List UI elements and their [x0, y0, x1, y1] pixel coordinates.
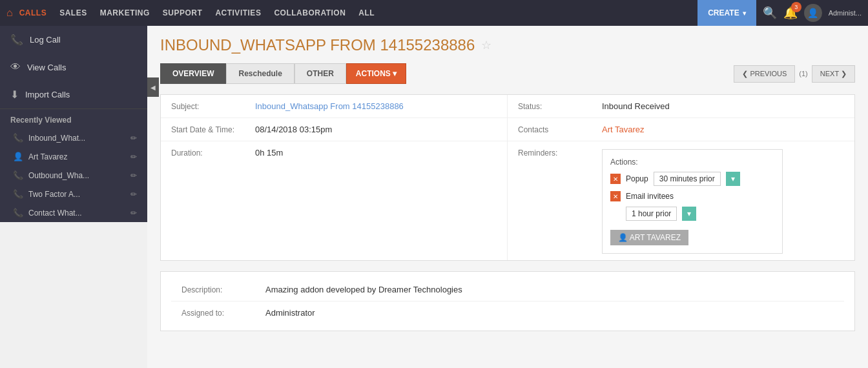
assigned-value: Administrator [265, 308, 315, 318]
inbound-edit-icon[interactable]: ✏ [130, 134, 137, 143]
home-icon[interactable]: ⌂ [6, 7, 13, 19]
subject-row: Subject: Inbound_Whatsapp From 141552388… [161, 95, 507, 118]
subject-value: Inbound_Whatsapp From 14155238886 [255, 101, 404, 111]
email-reminder-row: ✕ Email invitees [610, 191, 774, 201]
reminders-label: Reminders: [518, 148, 602, 158]
nav-item-support[interactable]: SUPPORT [163, 8, 203, 17]
duration-value: 0h 15m [255, 148, 283, 158]
nav-items: CALLS SALES MARKETING SUPPORT ACTIVITIES… [19, 8, 698, 17]
tab-other[interactable]: OTHER [294, 63, 346, 84]
art-tavarez-edit-icon[interactable]: ✏ [130, 152, 137, 161]
email-dropdown-button[interactable]: ▾ [682, 207, 696, 221]
email-time-value: 1 hour prior [626, 207, 677, 221]
sidebar-wrapper: 📞 Log Call 👁 View Calls ⬇ Import Calls R… [0, 26, 147, 368]
status-label: Status: [518, 101, 602, 111]
content-inner: INBOUND_WHATSAPP FROM 14155238886 ☆ OVER… [147, 26, 868, 342]
sidebar-item-inbound[interactable]: 📞 Inbound_What... ✏ [0, 128, 147, 147]
detail-grid: Subject: Inbound_Whatsapp From 141552388… [160, 94, 855, 261]
sidebar-item-import-calls[interactable]: ⬇ Import Calls [0, 81, 147, 108]
nav-right: CREATE ▾ 🔍 🔔 3 👤 Administ... [698, 0, 862, 26]
outbound-label: Outbound_Wha... [28, 171, 89, 180]
popup-remove-icon[interactable]: ✕ [610, 174, 621, 184]
nav-item-collaboration[interactable]: COLLABORATION [274, 8, 346, 17]
import-calls-icon: ⬇ [10, 88, 19, 101]
nav-buttons: ❮ PREVIOUS (1) NEXT ❯ [734, 65, 855, 83]
popup-reminder-row: ✕ Popup 30 minutes prior ▾ [610, 172, 774, 186]
status-row: Status: Inbound Received [508, 95, 854, 118]
tab-reschedule[interactable]: Reschedule [226, 63, 294, 84]
main-layout: 📞 Log Call 👁 View Calls ⬇ Import Calls R… [0, 26, 868, 368]
contact-label: Contact What... [28, 209, 82, 218]
log-call-icon: 📞 [10, 34, 23, 46]
start-date-value: 08/14/2018 03:15pm [255, 125, 332, 134]
assigned-row: Assigned to: Administrator [171, 302, 844, 324]
nav-item-activities[interactable]: ACTIVITIES [215, 8, 261, 17]
recently-viewed-section: Recently Viewed [0, 108, 147, 128]
contact-edit-icon[interactable]: ✏ [130, 209, 137, 218]
outbound-edit-icon[interactable]: ✏ [130, 171, 137, 180]
art-tavarez-icon: 👤 [13, 152, 23, 161]
email-remove-icon[interactable]: ✕ [610, 191, 621, 201]
assigned-label: Assigned to: [181, 308, 265, 318]
search-icon[interactable]: 🔍 [763, 6, 777, 20]
sidebar-item-two-factor[interactable]: 📞 Two Factor A... ✏ [0, 185, 147, 203]
two-factor-edit-icon[interactable]: ✏ [130, 190, 137, 199]
sidebar-item-art-tavarez[interactable]: 👤 Art Tavarez ✏ [0, 147, 147, 166]
admin-avatar[interactable]: 👤 [804, 4, 822, 22]
start-date-row: Start Date & Time: 08/14/2018 03:15pm [161, 118, 507, 141]
contacts-row: Contacts Art Tavarez [508, 118, 854, 141]
notification-icon[interactable]: 🔔 3 [783, 6, 798, 20]
sidebar-item-view-calls[interactable]: 👁 View Calls [0, 54, 147, 81]
nav-item-marketing[interactable]: MARKETING [100, 8, 150, 17]
actions-label: Actions: [610, 158, 774, 167]
nav-count: (1) [799, 70, 807, 77]
sidebar-item-label-view-calls: View Calls [27, 63, 66, 72]
art-tavarez-label: Art Tavarez [28, 152, 67, 161]
detail-left: Subject: Inbound_Whatsapp From 141552388… [161, 95, 508, 260]
inbound-label: Inbound_What... [28, 134, 85, 143]
sidebar-toggle[interactable]: ◀ [147, 77, 159, 97]
nav-item-calls[interactable]: CALLS [19, 8, 47, 17]
sidebar-item-label-log-call: Log Call [30, 35, 61, 45]
sidebar-item-contact[interactable]: 📞 Contact What... ✏ [0, 203, 147, 222]
contact-icon: 📞 [13, 208, 23, 218]
sidebar-item-log-call[interactable]: 📞 Log Call [0, 26, 147, 54]
popup-type-label: Popup [626, 174, 648, 183]
contacts-label: Contacts [518, 125, 602, 134]
create-button[interactable]: CREATE ▾ [698, 0, 756, 26]
popup-dropdown-button[interactable]: ▾ [726, 172, 740, 186]
nav-item-all[interactable]: ALL [358, 8, 375, 17]
email-type-label: Email invitees [626, 192, 674, 201]
previous-button[interactable]: ❮ PREVIOUS [734, 65, 795, 83]
reminder-box: Actions: ✕ Popup 30 minutes prior ▾ ✕ [602, 149, 783, 254]
popup-time-value: 30 minutes prior [654, 172, 721, 186]
subject-label: Subject: [171, 101, 255, 111]
two-factor-icon: 📞 [13, 189, 23, 199]
sidebar-item-label-import-calls: Import Calls [25, 90, 70, 99]
tab-actions[interactable]: ACTIONS ▾ [346, 63, 406, 84]
favorite-icon[interactable]: ☆ [481, 38, 491, 52]
outbound-icon: 📞 [13, 170, 23, 180]
duration-label: Duration: [171, 148, 255, 158]
status-value: Inbound Received [602, 101, 670, 111]
description-label: Description: [181, 285, 265, 294]
contacts-value[interactable]: Art Tavarez [602, 125, 645, 134]
view-calls-icon: 👁 [10, 61, 21, 73]
content-area: INBOUND_WHATSAPP FROM 14155238886 ☆ OVER… [147, 26, 868, 368]
tab-overview[interactable]: OVERVIEW [160, 63, 226, 84]
nav-item-sales[interactable]: SALES [59, 8, 87, 17]
top-nav: ⌂ CALLS SALES MARKETING SUPPORT ACTIVITI… [0, 0, 868, 26]
admin-label: Administ... [829, 9, 862, 17]
duration-row: Duration: 0h 15m [161, 141, 507, 164]
invitee-button[interactable]: 👤 ART TAVAREZ [610, 230, 688, 245]
next-button[interactable]: NEXT ❯ [812, 65, 855, 83]
two-factor-label: Two Factor A... [28, 190, 80, 199]
sidebar-item-outbound[interactable]: 📞 Outbound_Wha... ✏ [0, 166, 147, 185]
page-title-text: INBOUND_WHATSAPP FROM 14155238886 [160, 36, 475, 54]
email-time-row: 1 hour prior ▾ [610, 207, 774, 221]
tabs-bar: OVERVIEW Reschedule OTHER ACTIONS ▾ ❮ PR… [160, 63, 855, 84]
sidebar: 📞 Log Call 👁 View Calls ⬇ Import Calls R… [0, 26, 147, 222]
bottom-section: Description: Amazing addon developed by … [160, 271, 855, 331]
reminders-row: Reminders: Actions: ✕ Popup 30 minutes p… [508, 141, 854, 260]
detail-right: Status: Inbound Received Contacts Art Ta… [508, 95, 854, 260]
